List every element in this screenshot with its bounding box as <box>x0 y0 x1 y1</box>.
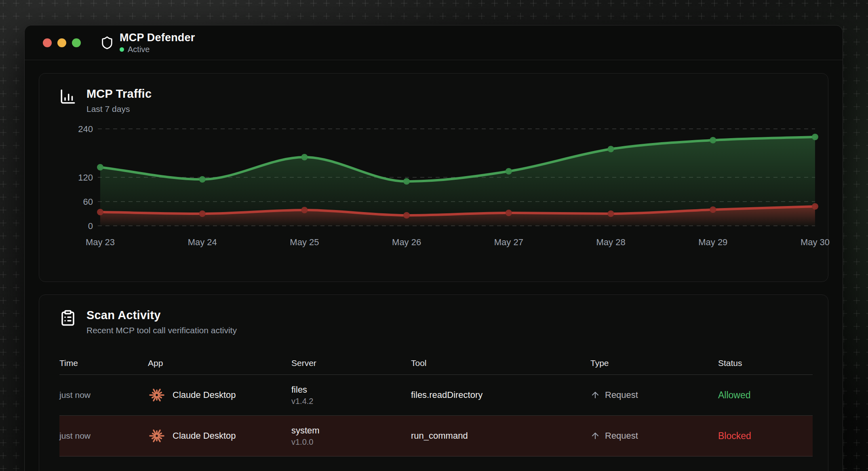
x-tick-label: May 27 <box>494 237 523 247</box>
active-status-label: Active <box>128 45 150 54</box>
row-time: just now <box>59 431 148 441</box>
claude-app-icon <box>148 427 166 445</box>
main-content: MCP Traffic Last 7 days 060120240May 23M… <box>25 60 843 471</box>
column-header-type: Type <box>590 358 718 368</box>
row-app-name: Claude Desktop <box>173 390 236 400</box>
blocked-point-May 29[interactable] <box>710 206 716 213</box>
scan-row-2[interactable]: just nowClaude Desktopsystemv1.0.0run_co… <box>59 416 813 456</box>
allowed-point-May 27[interactable] <box>506 168 512 175</box>
x-tick-label: May 23 <box>86 237 115 247</box>
row-status-allowed: Allowed <box>718 390 815 401</box>
x-tick-label: May 24 <box>188 237 217 247</box>
claude-app-icon <box>148 386 166 404</box>
row-app-name: Claude Desktop <box>173 431 236 441</box>
row-server: filesv1.4.2 <box>291 385 411 406</box>
active-status-dot <box>120 47 124 52</box>
row-type-label: Request <box>605 431 638 441</box>
allowed-point-May 23[interactable] <box>97 164 103 170</box>
column-header-app: App <box>148 358 291 368</box>
column-header-time: Time <box>59 358 148 368</box>
row-server-name: system <box>291 425 405 436</box>
scan-card-subtitle: Recent MCP tool call verification activi… <box>86 326 237 335</box>
y-tick-label: 240 <box>78 124 93 134</box>
blocked-point-May 27[interactable] <box>506 210 512 216</box>
arrow-up-icon <box>590 390 600 400</box>
allowed-point-May 25[interactable] <box>301 154 308 160</box>
minimize-button[interactable] <box>57 38 66 47</box>
traffic-card-title: MCP Traffic <box>86 87 152 101</box>
x-tick-label: May 30 <box>801 237 830 247</box>
zoom-button[interactable] <box>72 38 81 47</box>
scan-row-1[interactable]: just nowClaude Desktopfilesv1.4.2files.r… <box>59 375 813 416</box>
row-server-version: v1.4.2 <box>291 397 405 406</box>
row-type: Request <box>590 431 718 441</box>
traffic-area-chart[interactable]: 060120240May 23May 24May 25May 26May 27M… <box>59 126 812 251</box>
titlebar: MCP Defender Active <box>25 25 843 60</box>
blocked-point-May 28[interactable] <box>608 210 614 217</box>
column-header-tool: Tool <box>411 358 590 368</box>
app-identity: MCP Defender Active <box>120 32 195 54</box>
row-app: Claude Desktop <box>148 386 291 404</box>
table-header-row: TimeAppServerToolTypeStatus <box>59 351 813 375</box>
traffic-card-subtitle: Last 7 days <box>86 104 152 114</box>
allowed-point-May 26[interactable] <box>403 178 410 185</box>
shield-icon <box>100 36 114 50</box>
allowed-point-May 29[interactable] <box>710 137 716 143</box>
x-tick-label: May 25 <box>290 237 319 247</box>
bar-chart-icon <box>59 88 76 107</box>
close-button[interactable] <box>43 38 52 47</box>
blocked-point-May 24[interactable] <box>199 210 206 217</box>
x-tick-label: May 29 <box>698 237 727 247</box>
allowed-point-May 24[interactable] <box>199 176 206 183</box>
row-status-blocked: Blocked <box>718 431 815 442</box>
blocked-point-May 30[interactable] <box>812 203 818 210</box>
x-tick-label: May 26 <box>392 237 421 247</box>
column-header-status: Status <box>718 358 815 368</box>
scan-activity-table: TimeAppServerToolTypeStatus just nowClau… <box>59 351 813 456</box>
app-title: MCP Defender <box>120 32 195 44</box>
table-body: just nowClaude Desktopfilesv1.4.2files.r… <box>59 375 813 456</box>
allowed-point-May 28[interactable] <box>608 146 614 152</box>
allowed-point-May 30[interactable] <box>812 134 818 140</box>
row-tool: files.readDirectory <box>411 390 590 400</box>
y-tick-label: 0 <box>88 221 93 231</box>
mcp-traffic-card: MCP Traffic Last 7 days 060120240May 23M… <box>39 73 828 282</box>
row-server: systemv1.0.0 <box>291 425 411 447</box>
column-header-server: Server <box>291 358 411 368</box>
y-tick-label: 60 <box>83 197 93 207</box>
row-server-version: v1.0.0 <box>291 437 405 447</box>
row-type: Request <box>590 390 718 400</box>
row-tool: run_command <box>411 431 590 441</box>
arrow-up-icon <box>590 431 600 441</box>
blocked-point-May 26[interactable] <box>403 212 410 219</box>
blocked-point-May 25[interactable] <box>301 207 308 213</box>
traffic-lights <box>43 38 81 47</box>
scan-activity-card: Scan Activity Recent MCP tool call verif… <box>39 294 828 471</box>
app-status: Active <box>120 45 195 54</box>
y-tick-label: 120 <box>78 172 93 183</box>
app-window: MCP Defender Active MCP Traffic Last 7 d… <box>24 25 843 471</box>
row-server-name: files <box>291 385 405 395</box>
clipboard-list-icon <box>59 309 76 328</box>
scan-card-title: Scan Activity <box>86 309 237 322</box>
scan-card-header: Scan Activity Recent MCP tool call verif… <box>59 309 812 335</box>
blocked-point-May 23[interactable] <box>97 209 103 215</box>
row-type-label: Request <box>605 390 638 400</box>
x-tick-label: May 28 <box>596 237 625 247</box>
row-time: just now <box>59 390 148 400</box>
row-app: Claude Desktop <box>148 427 291 445</box>
traffic-card-header: MCP Traffic Last 7 days <box>59 87 812 114</box>
